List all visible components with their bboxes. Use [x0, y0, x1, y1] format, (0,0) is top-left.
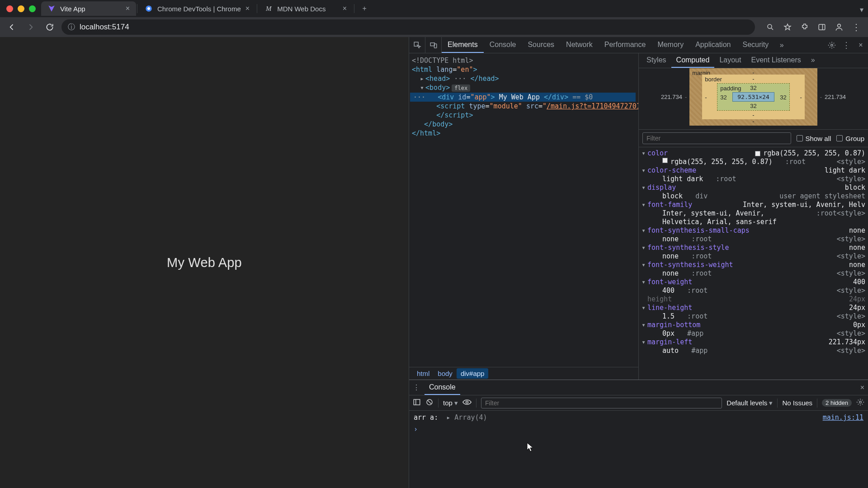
devtools-tab-performance[interactable]: Performance [599, 37, 652, 53]
tab-title: Vite App [60, 5, 85, 13]
elements-panel: <!DOCTYPE html> <html lang="en"> ▸<head>… [409, 53, 639, 380]
svg-point-2 [768, 24, 772, 28]
selected-dom-node[interactable]: ··· <div id="app"> My Web App </div> == … [410, 93, 636, 102]
browser-tab-devtools-docs[interactable]: Chrome DevTools | Chrome × [138, 1, 256, 16]
page-viewport: My Web App [0, 37, 409, 488]
svg-point-12 [859, 401, 862, 404]
svg-point-8 [831, 44, 833, 46]
back-button[interactable] [5, 20, 19, 34]
devtools-tab-application[interactable]: Application [689, 37, 736, 53]
sidebar-tabs: StylesComputedLayoutEvent Listeners» [639, 53, 868, 68]
devtools-tab-network[interactable]: Network [560, 37, 599, 53]
reload-button[interactable] [42, 20, 57, 34]
more-side-tabs-icon[interactable]: » [806, 53, 820, 68]
mdn-favicon-icon: M [264, 5, 273, 13]
margin-left-value: 221.734 [661, 94, 682, 100]
devtools-menu-icon[interactable]: ⋮ [839, 37, 854, 53]
svg-rect-3 [819, 24, 825, 30]
side-tab-layout[interactable]: Layout [714, 53, 746, 68]
content-size: 92.531×24 [733, 93, 774, 101]
site-info-icon[interactable]: ⓘ [68, 23, 75, 32]
svg-point-4 [838, 24, 841, 27]
address-bar[interactable]: ⓘ localhost:5174 [61, 19, 755, 35]
side-tab-computed[interactable]: Computed [671, 53, 715, 68]
side-tab-event-listeners[interactable]: Event Listeners [746, 53, 806, 68]
live-expression-icon[interactable] [462, 399, 472, 407]
drawer-menu-icon[interactable]: ⋮ [413, 383, 420, 392]
settings-icon[interactable] [825, 37, 839, 53]
console-drawer: ⋮ Console × top ▾ Default levels ▾ No Is… [409, 380, 868, 488]
console-settings-icon[interactable] [856, 398, 864, 408]
log-levels-selector[interactable]: Default levels ▾ [726, 399, 773, 407]
browser-tab-vite[interactable]: Vite App × [41, 1, 136, 16]
zoom-icon[interactable] [763, 20, 778, 34]
close-drawer-icon[interactable]: × [860, 384, 864, 392]
devtools-panel: ElementsConsoleSourcesNetworkPerformance… [409, 37, 868, 488]
close-devtools-icon[interactable]: × [854, 37, 868, 53]
side-tab-styles[interactable]: Styles [642, 53, 671, 68]
issues-label[interactable]: No Issues [782, 399, 812, 407]
crumb-html[interactable]: html [413, 368, 434, 379]
tab-title: Chrome DevTools | Chrome [157, 5, 241, 13]
profile-icon[interactable] [832, 20, 846, 34]
computed-filter-row: Show all Group [639, 129, 868, 147]
styles-sidebar: StylesComputedLayoutEvent Listeners» 221… [639, 53, 868, 380]
devtools-tab-security[interactable]: Security [736, 37, 774, 53]
more-tabs-icon[interactable]: » [774, 37, 789, 53]
browser-toolbar: ⓘ localhost:5174 ⋮ [0, 17, 868, 37]
browser-tab-strip: Vite App × Chrome DevTools | Chrome × M … [0, 0, 868, 17]
svg-rect-9 [414, 399, 420, 405]
devtools-tab-memory[interactable]: Memory [651, 37, 689, 53]
app-heading: My Web App [167, 255, 242, 270]
close-tab-icon[interactable]: × [245, 5, 250, 13]
maximize-window-icon[interactable] [29, 5, 36, 12]
chrome-favicon-icon [145, 5, 153, 13]
dom-tree[interactable]: <!DOCTYPE html> <html lang="en"> ▸<head>… [409, 53, 638, 367]
context-selector[interactable]: top ▾ [443, 399, 458, 407]
computed-properties[interactable]: ▾colorrgba(255, 255, 255, 0.87)rgba(255,… [639, 147, 868, 380]
console-filter-input[interactable] [481, 398, 722, 408]
breadcrumb: htmlbodydiv#app [409, 367, 638, 380]
console-drawer-tab[interactable]: Console [425, 380, 460, 395]
minimize-window-icon[interactable] [18, 5, 24, 12]
log-source-link[interactable]: main.js:11 [823, 413, 863, 422]
box-model: 221.734 - margin - - border - - - - [639, 68, 868, 129]
console-output[interactable]: arr a: ▸ Array(4) main.js:11 › [409, 411, 868, 488]
console-prompt[interactable]: › [414, 425, 863, 433]
hidden-count[interactable]: 2 hidden [822, 399, 852, 407]
close-tab-icon[interactable]: × [343, 5, 347, 13]
devtools-tab-elements[interactable]: Elements [442, 37, 484, 53]
close-tab-icon[interactable]: × [126, 5, 130, 13]
bookmark-icon[interactable] [780, 20, 795, 34]
show-all-checkbox[interactable]: Show all [797, 135, 831, 142]
crumb-div-app[interactable]: div#app [457, 368, 489, 379]
vite-favicon-icon [47, 5, 56, 13]
mouse-cursor-icon [527, 442, 534, 452]
kebab-menu-icon[interactable]: ⋮ [849, 20, 863, 34]
clear-console-icon[interactable] [425, 398, 434, 408]
chrome-menu-icon[interactable]: ▾ [860, 5, 863, 14]
device-toolbar-icon[interactable] [425, 37, 442, 53]
extensions-icon[interactable] [797, 20, 812, 34]
console-sidebar-icon[interactable] [413, 398, 421, 408]
browser-tab-mdn[interactable]: M MDN Web Docs × [258, 1, 353, 16]
margin-right-value: 221.734 [825, 94, 846, 100]
crumb-body[interactable]: body [434, 368, 457, 379]
flex-badge[interactable]: flex [452, 84, 470, 92]
close-window-icon[interactable] [6, 5, 13, 12]
tab-title: MDN Web Docs [277, 5, 326, 13]
url-text: localhost:5174 [80, 23, 129, 32]
new-tab-button[interactable]: + [358, 2, 371, 15]
devtools-tab-sources[interactable]: Sources [522, 37, 560, 53]
inspect-element-icon[interactable] [409, 37, 425, 53]
forward-button[interactable] [24, 20, 38, 34]
window-controls [6, 5, 36, 12]
devtools-tabbar: ElementsConsoleSourcesNetworkPerformance… [409, 37, 868, 53]
group-checkbox[interactable]: Group [836, 135, 864, 142]
computed-filter-input[interactable] [642, 132, 791, 144]
svg-point-1 [147, 7, 150, 10]
sidepanel-icon[interactable] [815, 20, 829, 34]
svg-point-11 [466, 401, 468, 404]
devtools-tab-console[interactable]: Console [484, 37, 522, 53]
